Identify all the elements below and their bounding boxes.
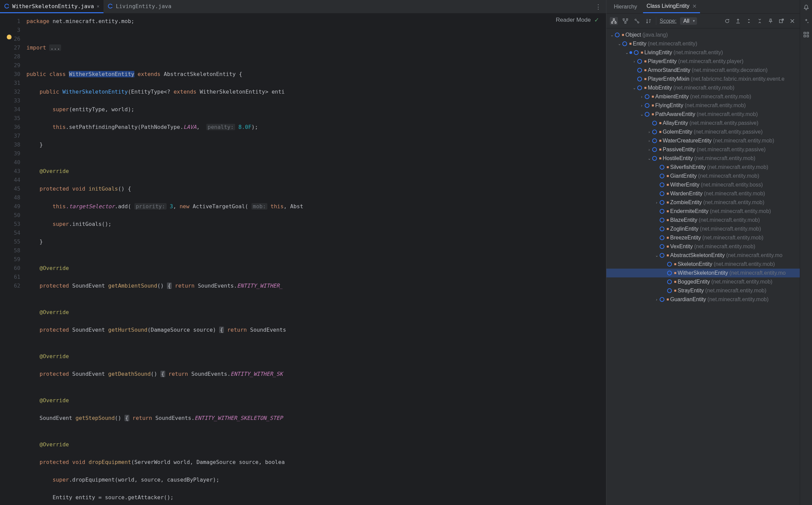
tab-label: LivingEntity.java (116, 3, 171, 9)
chevron-icon[interactable]: › (654, 297, 659, 302)
tree-row-GolemEntity[interactable]: ›GolemEntity(net.minecraft.entity.passiv… (606, 128, 800, 136)
hierarchy-tree[interactable]: ⌄Object(java.lang)⌄Entity(net.minecraft.… (606, 28, 800, 505)
tab-class-hierarchy[interactable]: Class LivingEntity✕ (643, 0, 700, 13)
class-icon (637, 67, 642, 73)
chevron-icon[interactable]: ⌄ (624, 51, 629, 55)
tree-row-StrayEntity[interactable]: StrayEntity(net.minecraft.entity.mob) (606, 286, 800, 295)
tree-row-WitherSkeletonEntity[interactable]: WitherSkeletonEntity(net.minecraft.entit… (606, 269, 800, 277)
final-marker-icon (659, 131, 661, 133)
class-name: GiantEntity (670, 173, 697, 179)
tree-row-BlazeEntity[interactable]: BlazeEntity(net.minecraft.entity.mob) (606, 216, 800, 225)
tree-row-MobEntity[interactable]: ⌄MobEntity(net.minecraft.entity.mob) (606, 83, 800, 92)
tab-living-entity[interactable]: LivingEntity.java (103, 0, 175, 13)
chevron-icon[interactable]: ⌄ (639, 112, 644, 117)
tree-row-ZoglinEntity[interactable]: ZoglinEntity(net.minecraft.entity.mob) (606, 225, 800, 233)
tree-row-LivingEntity[interactable]: ⌄LivingEntity(net.minecraft.entity) (606, 48, 800, 57)
method: getAmbientSound (108, 283, 157, 289)
tree-row-HostileEntity[interactable]: ⌄HostileEntity(net.minecraft.entity.mob) (606, 154, 800, 163)
line-number: 61 (0, 273, 20, 281)
tree-row-PassiveEntity[interactable]: ›PassiveEntity(net.minecraft.entity.pass… (606, 145, 800, 154)
structure-button[interactable] (802, 31, 810, 39)
tree-row-WaterCreatureEntity[interactable]: ›WaterCreatureEntity(net.minecraft.entit… (606, 136, 800, 145)
tree-row-VexEntity[interactable]: VexEntity(net.minecraft.entity.mob) (606, 242, 800, 251)
tree-row-FlyingEntity[interactable]: ›FlyingEntity(net.minecraft.entity.mob) (606, 101, 800, 110)
tree-row-SilverfishEntity[interactable]: SilverfishEntity(net.minecraft.entity.mo… (606, 163, 800, 172)
text: net.minecraft.entity.mob; (49, 18, 134, 24)
right-tabs: Hierarchy Class LivingEntity✕ (606, 0, 800, 14)
pin-button[interactable] (767, 17, 775, 25)
chevron-icon[interactable]: › (646, 148, 652, 152)
tree-row-SkeletonEntity[interactable]: SkeletonEntity(net.minecraft.entity.mob) (606, 260, 800, 269)
collapse-button[interactable] (756, 17, 764, 25)
keyword: super (53, 221, 69, 227)
tree-row-BoggedEntity[interactable]: BoggedEntity(net.minecraft.entity.mob) (606, 277, 800, 286)
chevron-icon[interactable]: ⌄ (631, 86, 637, 90)
text: SoundEvent (72, 283, 108, 289)
class-hierarchy-button[interactable] (610, 17, 618, 25)
close-icon[interactable]: ✕ (692, 3, 697, 9)
keyword: protected (40, 186, 72, 192)
tree-row-AmbientEntity[interactable]: ›AmbientEntity(net.minecraft.entity.mob) (606, 92, 800, 101)
tree-row-ArmorStandEntity[interactable]: ArmorStandEntity(net.minecraft.entity.de… (606, 66, 800, 75)
chevron-icon[interactable]: › (639, 95, 644, 99)
open-in-window-button[interactable] (777, 17, 786, 25)
tree-row-AbstractSkeletonEntity[interactable]: ⌄AbstractSkeletonEntity(net.minecraft.en… (606, 251, 800, 260)
fold-region[interactable]: ... (49, 44, 61, 51)
line-number: 58 (0, 246, 20, 255)
export-button[interactable] (734, 17, 742, 25)
code-area[interactable]: package net.minecraft.entity.mob; import… (24, 14, 606, 505)
chevron-icon[interactable]: › (654, 200, 659, 205)
package-label: (net.minecraft.entity.mob) (694, 155, 755, 161)
keyword: public (26, 71, 49, 77)
tree-row-ZombieEntity[interactable]: ›ZombieEntity(net.minecraft.entity.mob) (606, 198, 800, 207)
notifications-button[interactable] (802, 3, 810, 12)
class-icon (659, 209, 665, 214)
bulb-icon[interactable] (7, 35, 12, 39)
tree-row-WitherEntity[interactable]: WitherEntity(net.minecraft.entity.boss) (606, 180, 800, 189)
tree-row-Entity[interactable]: ⌄Entity(net.minecraft.entity) (606, 39, 800, 48)
final-marker-icon (667, 175, 669, 177)
chevron-icon[interactable]: › (646, 139, 652, 143)
keyword: return (132, 415, 155, 421)
tree-row-Object[interactable]: ⌄Object(java.lang) (606, 31, 800, 39)
close-panel-button[interactable] (788, 17, 796, 25)
tree-row-AllayEntity[interactable]: AllayEntity(net.minecraft.entity.passive… (606, 119, 800, 128)
subtypes-button[interactable] (633, 17, 641, 25)
field: .targetSelector (66, 203, 115, 210)
class-icon (659, 235, 665, 240)
chevron-icon[interactable]: › (631, 59, 637, 63)
final-marker-icon (667, 210, 669, 212)
tree-row-PlayerEntityMixin[interactable]: PlayerEntityMixin(net.fabricmc.fabric.mi… (606, 75, 800, 83)
tree-row-GuardianEntity[interactable]: ›GuardianEntity(net.minecraft.entity.mob… (606, 295, 800, 304)
tree-row-GiantEntity[interactable]: GiantEntity(net.minecraft.entity.mob) (606, 172, 800, 180)
chevron-icon[interactable]: ⌄ (646, 156, 652, 161)
tree-row-WardenEntity[interactable]: WardenEntity(net.minecraft.entity.mob) (606, 189, 800, 198)
sort-button[interactable] (644, 17, 653, 25)
close-icon[interactable]: ✕ (97, 3, 99, 9)
keyword: return (227, 327, 250, 333)
chevron-icon[interactable]: ⌄ (609, 33, 615, 37)
chevron-icon[interactable]: ⌄ (617, 42, 622, 46)
package-label: (net.minecraft.entity.mob) (700, 226, 761, 232)
line-number: 44 (0, 176, 20, 184)
text: .add( (115, 203, 131, 210)
tab-wither-skeleton[interactable]: WitherSkeletonEntity.java ✕ (0, 0, 103, 13)
line-number: 33 (0, 96, 20, 105)
refresh-button[interactable] (723, 17, 731, 25)
supertypes-button[interactable] (621, 17, 629, 25)
ai-button[interactable] (802, 17, 810, 25)
chevron-icon[interactable]: ⌄ (654, 253, 659, 258)
tab-hierarchy[interactable]: Hierarchy (610, 0, 640, 13)
tree-row-PlayerEntity[interactable]: ›PlayerEntity(net.minecraft.entity.playe… (606, 57, 800, 66)
chevron-icon[interactable]: › (639, 103, 644, 108)
tabs-overflow[interactable]: ⋮ (595, 3, 602, 10)
scope-dropdown[interactable]: All (680, 17, 697, 25)
final-marker-icon (667, 298, 669, 300)
final-marker-icon (659, 122, 661, 124)
expand-button[interactable] (745, 17, 753, 25)
tree-row-BreezeEntity[interactable]: BreezeEntity(net.minecraft.entity.mob) (606, 233, 800, 242)
keyword: super (53, 106, 69, 113)
tree-row-EndermiteEntity[interactable]: EndermiteEntity(net.minecraft.entity.mob… (606, 207, 800, 216)
tree-row-PathAwareEntity[interactable]: ⌄PathAwareEntity(net.minecraft.entity.mo… (606, 110, 800, 119)
chevron-icon[interactable]: › (646, 130, 652, 134)
